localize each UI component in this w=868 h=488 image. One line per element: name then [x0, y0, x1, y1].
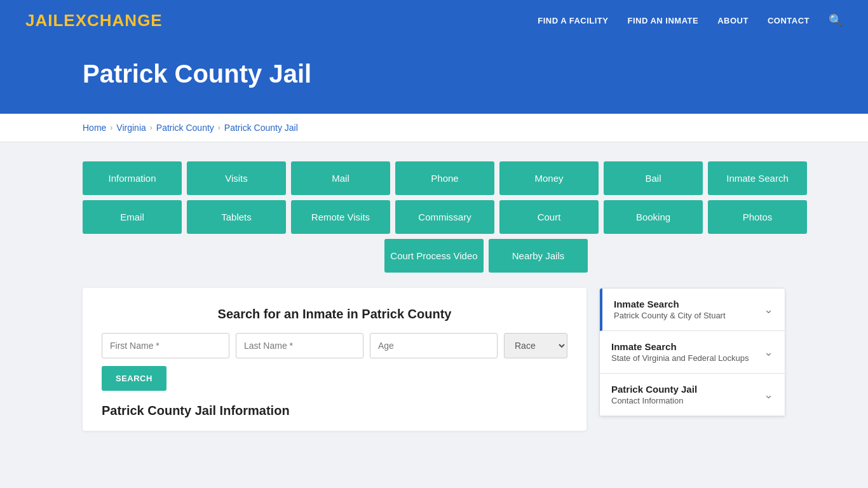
logo[interactable]: JAILEXCHANGE — [25, 11, 163, 30]
breadcrumb: Home › Virginia › Patrick County › Patri… — [83, 123, 785, 133]
sidebar-item-3[interactable]: Patrick County Jail Contact Information … — [600, 374, 785, 416]
search-title: Search for an Inmate in Patrick County — [102, 307, 567, 322]
first-name-input[interactable] — [102, 333, 229, 358]
button-grid: Information Visits Mail Phone Money Bail… — [83, 161, 785, 273]
breadcrumb-current[interactable]: Patrick County Jail — [224, 123, 298, 133]
header: JAILEXCHANGE FIND A FACILITY FIND AN INM… — [0, 0, 868, 41]
search-button[interactable]: SEARCH — [102, 366, 166, 391]
sidebar-item-3-subtitle: Contact Information — [611, 396, 697, 405]
breadcrumb-virginia[interactable]: Virginia — [116, 123, 146, 133]
btn-nearby-jails[interactable]: Nearby Jails — [489, 239, 588, 273]
main-nav: FIND A FACILITY FIND AN INMATE ABOUT CON… — [538, 13, 843, 27]
content-area: Search for an Inmate in Patrick County R… — [83, 288, 785, 431]
left-panel: Search for an Inmate in Patrick County R… — [83, 288, 587, 431]
logo-exchange: EXCHANGE — [64, 11, 162, 30]
grid-row-2: Email Tablets Remote Visits Commissary C… — [83, 200, 807, 234]
btn-money[interactable]: Money — [499, 161, 599, 195]
btn-court[interactable]: Court — [499, 200, 599, 234]
btn-remote-visits[interactable]: Remote Visits — [291, 200, 390, 234]
sidebar-item-3-text: Patrick County Jail Contact Information — [611, 384, 697, 405]
sidebar-item-1-title: Inmate Search — [614, 299, 726, 309]
chevron-down-icon-1: ⌄ — [764, 302, 773, 316]
btn-phone[interactable]: Phone — [395, 161, 494, 195]
main-content: Information Visits Mail Phone Money Bail… — [0, 142, 868, 450]
sidebar-item-1-text: Inmate Search Patrick County & City of S… — [614, 299, 726, 320]
breadcrumb-patrick[interactable]: Patrick County — [156, 123, 214, 133]
btn-email[interactable]: Email — [83, 200, 182, 234]
sidebar-item-2[interactable]: Inmate Search State of Virginia and Fede… — [600, 331, 785, 374]
sidebar-item-1-subtitle: Patrick County & City of Stuart — [614, 311, 726, 320]
nav-find-facility[interactable]: FIND A FACILITY — [538, 16, 608, 25]
chevron-down-icon-2: ⌄ — [764, 345, 773, 359]
race-select[interactable]: Race White Black Hispanic Asian Other — [504, 333, 567, 358]
breadcrumb-home[interactable]: Home — [83, 123, 106, 133]
breadcrumb-sep-3: › — [218, 123, 220, 132]
btn-mail[interactable]: Mail — [291, 161, 390, 195]
sidebar-item-1[interactable]: Inmate Search Patrick County & City of S… — [600, 288, 785, 331]
nav-contact[interactable]: CONTACT — [768, 16, 810, 25]
right-panel: Inmate Search Patrick County & City of S… — [599, 288, 785, 417]
nav-find-inmate[interactable]: FIND AN INMATE — [627, 16, 698, 25]
search-form: Race White Black Hispanic Asian Other SE… — [102, 333, 567, 391]
btn-commissary[interactable]: Commissary — [395, 200, 494, 234]
chevron-down-icon-3: ⌄ — [764, 388, 773, 402]
btn-court-process-video[interactable]: Court Process Video — [384, 239, 484, 273]
sidebar-item-2-subtitle: State of Virginia and Federal Lockups — [611, 353, 749, 363]
breadcrumb-sep-2: › — [150, 123, 153, 132]
btn-booking[interactable]: Booking — [604, 200, 703, 234]
search-icon[interactable]: 🔍 — [829, 13, 843, 27]
grid-row-3: Court Process Video Nearby Jails — [384, 239, 588, 273]
last-name-input[interactable] — [236, 333, 363, 358]
btn-visits[interactable]: Visits — [187, 161, 286, 195]
btn-information[interactable]: Information — [83, 161, 182, 195]
hero-section: Patrick County Jail — [0, 41, 868, 114]
sidebar-item-2-text: Inmate Search State of Virginia and Fede… — [611, 341, 749, 363]
sidebar-item-2-title: Inmate Search — [611, 341, 749, 352]
age-input[interactable] — [370, 333, 498, 358]
btn-tablets[interactable]: Tablets — [187, 200, 286, 234]
page-title: Patrick County Jail — [83, 60, 843, 88]
form-row-name: Race White Black Hispanic Asian Other — [102, 333, 567, 358]
jail-info-heading: Patrick County Jail Information — [102, 403, 567, 418]
btn-photos[interactable]: Photos — [708, 200, 807, 234]
logo-jail: JAIL — [25, 11, 64, 30]
breadcrumb-sep-1: › — [110, 123, 112, 132]
sidebar-item-3-title: Patrick County Jail — [611, 384, 697, 395]
grid-row-1: Information Visits Mail Phone Money Bail… — [83, 161, 807, 195]
btn-inmate-search[interactable]: Inmate Search — [708, 161, 807, 195]
btn-bail[interactable]: Bail — [604, 161, 703, 195]
breadcrumb-bar: Home › Virginia › Patrick County › Patri… — [0, 114, 868, 142]
nav-about[interactable]: ABOUT — [717, 16, 749, 25]
